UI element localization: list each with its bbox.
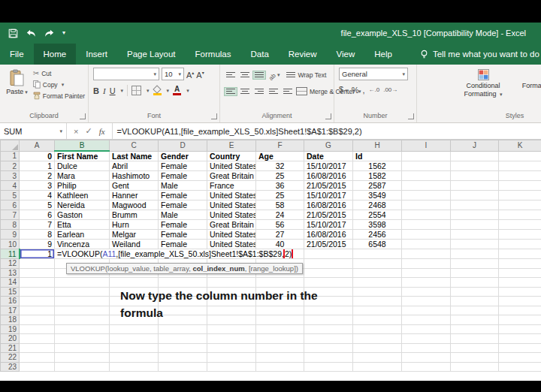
row-header-2[interactable]: 2 [1,161,20,171]
row-header-14[interactable]: 14 [1,278,20,288]
cell-H23[interactable] [353,362,402,372]
cell-I6[interactable] [402,201,451,210]
font-name-select[interactable]: ▾ [93,68,159,80]
cell-B5[interactable]: Kathleen [55,191,110,201]
cell-C7[interactable]: Brumm [110,210,159,220]
column-header-E[interactable]: E [207,140,256,152]
cell-I9[interactable] [402,230,451,240]
cell-F5[interactable]: 25 [256,191,304,201]
increase-font-size-button[interactable]: A▴ [186,68,194,80]
column-header-F[interactable]: F [256,140,304,152]
cell-K18[interactable] [499,315,541,325]
row-header-19[interactable]: 19 [1,324,20,334]
cell-G6[interactable]: 16/08/2016 [304,201,353,210]
cell-J12[interactable] [451,259,499,269]
cell-F22[interactable] [256,353,304,363]
cell-I16[interactable] [402,297,451,306]
decrease-font-size-button[interactable]: A▾ [196,68,204,80]
cell-K15[interactable] [499,287,541,297]
cell-J8[interactable] [451,220,499,230]
tab-page-layout[interactable]: Page Layout [117,44,186,65]
borders-button[interactable] [131,86,141,95]
cell-I14[interactable] [402,278,451,288]
cell-K7[interactable] [499,210,541,220]
cell-I3[interactable] [402,171,451,181]
column-header-H[interactable]: H [353,140,402,152]
tab-data[interactable]: Data [241,44,279,65]
cell-E2[interactable]: United States [207,161,256,171]
cell-A4[interactable]: 3 [20,181,55,191]
cell-B21[interactable] [55,343,110,353]
cell-F6[interactable]: 58 [256,201,304,210]
cell-D14[interactable] [159,278,207,288]
font-size-select[interactable]: 10 ▾ [162,68,184,80]
cell-H6[interactable]: 2468 [353,201,402,210]
cell-J9[interactable] [451,230,499,240]
cell-K4[interactable] [499,181,541,191]
row-header-13[interactable]: 13 [1,268,20,278]
cell-B9[interactable]: Earlean [55,230,110,240]
cell-J6[interactable] [451,201,499,210]
format-as-table-button[interactable]: Format as Table ▾ [516,68,541,111]
top-align-button[interactable] [225,71,237,79]
cell-I10[interactable] [402,240,451,249]
cell-E22[interactable] [207,353,256,363]
bold-button[interactable]: B [93,86,99,95]
cell-E6[interactable]: United States [207,201,256,210]
align-right-button[interactable] [253,88,265,95]
cell-F1[interactable]: Age [256,151,304,161]
cell-B3[interactable]: Mara [55,171,110,181]
cell-G8[interactable]: 15/10/2017 [304,220,353,230]
cell-B14[interactable] [55,278,110,288]
cell-G14[interactable] [304,278,353,288]
insert-function-button[interactable]: fx [99,127,105,136]
cell-H21[interactable] [353,343,402,353]
cell-A21[interactable] [20,343,55,353]
cut-button[interactable]: ✂ Cut [33,70,85,77]
row-header-18[interactable]: 18 [1,315,20,325]
tab-review[interactable]: Review [279,44,327,65]
cell-C19[interactable] [110,324,159,334]
cell-B15[interactable] [55,287,110,297]
cell-H19[interactable] [353,324,402,334]
cell-J15[interactable] [451,287,499,297]
cell-D2[interactable]: Female [159,161,207,171]
cell-D22[interactable] [159,353,207,363]
cell-H13[interactable] [353,268,402,278]
cell-K1[interactable] [499,151,541,161]
clipboard-dialog-launcher[interactable] [80,113,86,119]
cell-G4[interactable]: 21/05/2015 [304,181,353,191]
cell-I20[interactable] [402,334,451,344]
cell-E1[interactable]: Country [207,151,256,161]
number-dialog-launcher[interactable] [408,113,414,119]
cell-B19[interactable] [55,324,110,334]
cell-C1[interactable]: Last Name [110,151,159,161]
select-all-corner[interactable] [1,140,20,152]
cell-E23[interactable] [207,362,256,372]
cell-J3[interactable] [451,171,499,181]
alignment-dialog-launcher[interactable] [325,113,331,119]
cell-A15[interactable] [20,287,55,297]
cell-B4[interactable]: Philip [55,181,110,191]
cell-G19[interactable] [304,324,353,334]
cell-A16[interactable] [20,297,55,306]
cell-A11[interactable]: 1 [20,249,55,259]
increase-decimal-button[interactable]: ←.0 [368,86,379,95]
cell-B6[interactable]: Nereida [55,201,110,210]
cell-I18[interactable] [402,315,451,325]
cell-B23[interactable] [55,362,110,372]
cell-G12[interactable] [304,259,353,269]
row-header-21[interactable]: 21 [1,343,20,353]
accounting-format-button[interactable]: $▾ [339,85,348,95]
comma-style-button[interactable]: , [362,86,364,95]
cell-J14[interactable] [451,278,499,288]
tell-me[interactable]: Tell me what you want to do [420,44,539,65]
cell-I8[interactable] [402,220,451,230]
cell-J13[interactable] [451,268,499,278]
cell-E5[interactable]: United States [207,191,256,201]
cell-E7[interactable]: United States [207,210,256,220]
tab-view[interactable]: View [327,44,365,65]
row-header-23[interactable]: 23 [1,362,20,372]
cell-A3[interactable]: 2 [20,171,55,181]
cell-E3[interactable]: Great Britain [207,171,256,181]
